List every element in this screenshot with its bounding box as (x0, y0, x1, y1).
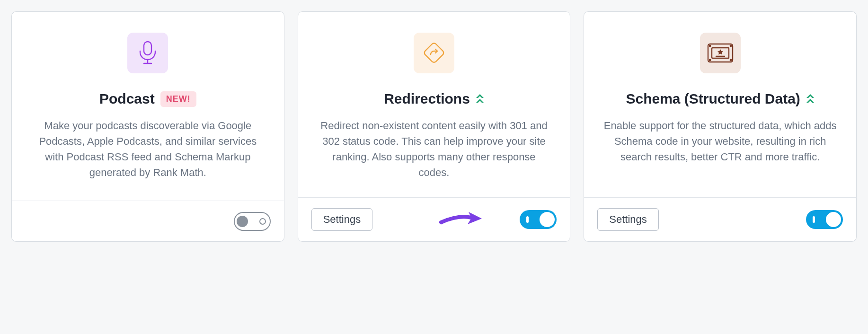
title-row: Podcast NEW! (31, 90, 265, 107)
module-card-schema: Schema (Structured Data) Enable support … (584, 11, 857, 242)
card-footer: Settings (298, 197, 570, 241)
module-card-redirections: Redirections Redirect non-existent conte… (298, 11, 571, 242)
module-toggle-podcast[interactable] (234, 212, 271, 231)
card-description: Enable support for the structured data, … (603, 118, 837, 165)
card-footer: Settings (584, 197, 856, 241)
card-title: Redirections (384, 90, 470, 107)
svg-rect-0 (144, 42, 151, 55)
svg-point-6 (709, 45, 710, 46)
title-row: Redirections (317, 90, 551, 107)
schema-icon (700, 33, 741, 73)
card-description: Make your podcasts discoverable via Goog… (31, 118, 265, 180)
pro-chevron-icon (806, 94, 815, 104)
podcast-icon (127, 33, 168, 73)
card-footer (12, 201, 284, 241)
arrow-annotation-icon (439, 209, 485, 230)
svg-rect-3 (423, 42, 444, 63)
card-body: Redirections Redirect non-existent conte… (298, 12, 570, 197)
module-toggle-schema[interactable] (806, 210, 843, 229)
redirections-icon (414, 33, 454, 73)
module-cards-grid: Podcast NEW! Make your podcasts discover… (11, 11, 857, 242)
title-row: Schema (Structured Data) (603, 90, 837, 107)
pro-chevron-icon (476, 94, 484, 104)
card-title: Podcast (99, 90, 155, 107)
card-title: Schema (Structured Data) (626, 90, 800, 107)
svg-point-7 (730, 45, 731, 46)
settings-button-schema[interactable]: Settings (597, 208, 659, 231)
module-card-podcast: Podcast NEW! Make your podcasts discover… (11, 11, 284, 242)
card-body: Podcast NEW! Make your podcasts discover… (12, 12, 284, 201)
svg-point-8 (709, 60, 710, 61)
card-body: Schema (Structured Data) Enable support … (584, 12, 856, 197)
module-toggle-redirections[interactable] (520, 210, 557, 229)
settings-button-redirections[interactable]: Settings (311, 208, 373, 231)
svg-point-9 (730, 60, 731, 61)
card-description: Redirect non-existent content easily wit… (317, 118, 551, 180)
new-badge: NEW! (160, 91, 196, 107)
